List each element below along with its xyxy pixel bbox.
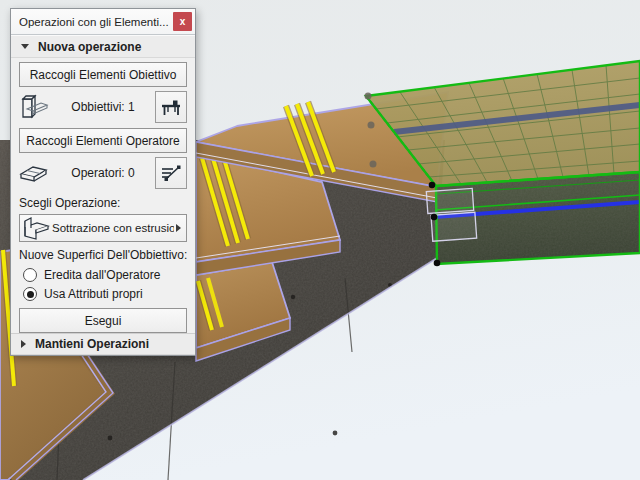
targets-count: Obbiettivi: 1 — [51, 100, 155, 114]
palette-titlebar[interactable]: Operazioni con gli Elementi... x — [11, 9, 195, 35]
execute-button[interactable]: Esegui — [19, 308, 187, 333]
expand-arrow-icon — [21, 340, 26, 348]
section-new-operation-label: Nuova operazione — [38, 40, 141, 54]
new-surfaces-label: Nuove Superfici Dell'Obbiettivo: — [11, 242, 195, 264]
operation-selected-value: Sottrazione con estrusio... — [52, 222, 174, 234]
operators-row: Operatori: 0 — [11, 153, 195, 190]
subtraction-extrusion-icon — [22, 214, 50, 242]
radio-own-label: Usa Attributi propri — [44, 287, 143, 301]
section-keep-operations-label: Mantieni Operazioni — [35, 337, 149, 351]
radio-dot — [27, 291, 34, 298]
dropdown-arrow-icon — [176, 224, 181, 232]
solid-element-operations-palette: Operazioni con gli Elementi... x Nuova o… — [10, 8, 196, 356]
radio-row-own-attributes[interactable]: Usa Attributi propri — [11, 283, 195, 302]
3d-window: Operazioni con gli Elementi... x Nuova o… — [0, 0, 640, 480]
section-keep-operations[interactable]: Mantieni Operazioni — [11, 333, 195, 355]
section-new-operation[interactable]: Nuova operazione — [11, 35, 195, 58]
choose-operation-label: Scegli Operazione: — [11, 190, 195, 212]
pick-operators-button[interactable] — [155, 157, 187, 189]
operators-count: Operatori: 0 — [51, 166, 155, 180]
radio-inherit-label: Eredita dall'Operatore — [44, 268, 160, 282]
radio-inherit-circle[interactable] — [23, 268, 37, 282]
collect-targets-button[interactable]: Raccogli Elementi Obiettivo — [19, 62, 187, 87]
collapse-arrow-icon — [21, 44, 29, 49]
operator-elements-icon — [19, 159, 51, 187]
radio-own-circle[interactable] — [23, 287, 37, 301]
palette-title: Operazioni con gli Elementi... — [19, 16, 173, 28]
pick-targets-button[interactable] — [155, 91, 187, 123]
operation-dropdown[interactable]: Sottrazione con estrusio... — [19, 214, 187, 242]
collect-operators-button[interactable]: Raccogli Elementi Operatore — [19, 128, 187, 153]
targets-row: Obbiettivi: 1 — [11, 87, 195, 124]
close-button[interactable]: x — [173, 12, 192, 31]
target-elements-icon — [19, 93, 51, 121]
radio-row-inherit[interactable]: Eredita dall'Operatore — [11, 264, 195, 283]
